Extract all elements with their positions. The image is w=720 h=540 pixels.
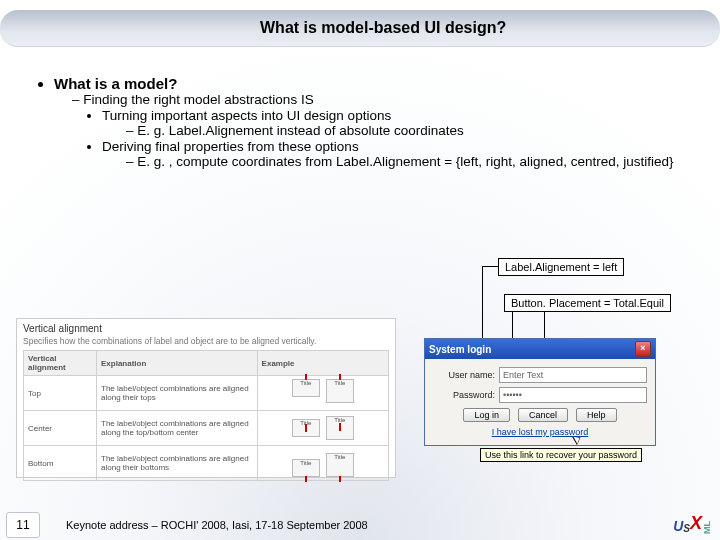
- login-button[interactable]: Log in: [463, 408, 510, 422]
- vertical-alignment-figure: Vertical alignment Specifies how the com…: [16, 318, 396, 478]
- dialog-titlebar: System login ×: [425, 339, 655, 359]
- bullet-turning-aspects: Turning important aspects into UI design…: [102, 108, 692, 138]
- system-login-dialog: System login × User name: Enter Text Pas…: [424, 338, 656, 446]
- slide-footer: 11 Keynote address – ROCHI' 2008, Iasi, …: [0, 510, 720, 540]
- cell-example: Title Title: [262, 414, 384, 442]
- mini-box: Title: [292, 459, 320, 477]
- lost-password-link[interactable]: I have lost my password: [433, 427, 647, 437]
- table-row: Center The label/object combinations are…: [24, 411, 389, 446]
- mini-label: Title: [334, 454, 345, 460]
- mini-box: Title: [326, 379, 354, 403]
- connector-line: [482, 266, 498, 267]
- mini-box: Title: [292, 379, 320, 397]
- mini-box: Title: [326, 453, 354, 477]
- cell-example: Title Title: [262, 449, 384, 477]
- bullet4-text: Deriving final properties from these opt…: [102, 139, 359, 154]
- callout-button-placement: Button. Placement = Total.Equil: [504, 294, 671, 312]
- usixml-logo: U S X ML: [673, 513, 712, 534]
- valign-col-example: Example: [257, 351, 388, 376]
- close-icon[interactable]: ×: [635, 341, 651, 357]
- mini-box: Title: [326, 416, 354, 440]
- password-field[interactable]: ••••••: [499, 387, 647, 403]
- cancel-button[interactable]: Cancel: [518, 408, 568, 422]
- bullet-what-is-model: What is a model? Finding the right model…: [54, 75, 692, 169]
- page-number-text: 11: [16, 518, 29, 532]
- bullet-deriving-properties: Deriving final properties from these opt…: [102, 139, 692, 169]
- page-number: 11: [6, 512, 40, 538]
- slide-title: What is model-based UI design?: [0, 10, 720, 47]
- logo-s: S: [683, 523, 690, 534]
- cell-expl: The label/object combinations are aligne…: [97, 446, 258, 481]
- valign-heading: Vertical alignment: [23, 323, 389, 334]
- table-row: Top The label/object combinations are al…: [24, 376, 389, 411]
- tooltip: Use this link to recover your password: [480, 448, 642, 462]
- help-button[interactable]: Help: [576, 408, 617, 422]
- cell-expl: The label/object combinations are aligne…: [97, 411, 258, 446]
- table-row: Bottom The label/object combinations are…: [24, 446, 389, 481]
- tooltip-text: Use this link to recover your password: [485, 450, 637, 460]
- valign-table: Vertical alignment Explanation Example T…: [23, 350, 389, 481]
- mini-box: Title: [292, 419, 320, 437]
- slide-title-text: What is model-based UI design?: [260, 19, 506, 37]
- footer-note: Keynote address – ROCHI' 2008, Iasi, 17-…: [66, 519, 368, 531]
- bullet-finding-abstractions: Finding the right model abstractions IS …: [72, 92, 692, 169]
- cell-expl: The label/object combinations are aligne…: [97, 376, 258, 411]
- bullet3-text: Turning important aspects into UI design…: [102, 108, 391, 123]
- callout-label-alignment: Label.Alignement = left: [498, 258, 624, 276]
- callout2-text: Button. Placement = Total.Equil: [511, 297, 664, 309]
- cell-example: Title Title: [262, 379, 384, 407]
- cell-name: Top: [24, 376, 97, 411]
- callout1-text: Label.Alignement = left: [505, 261, 617, 273]
- valign-desc: Specifies how the combinations of label …: [23, 336, 389, 346]
- mini-label: Title: [300, 460, 311, 466]
- logo-x: X: [690, 513, 702, 534]
- slide-content: What is a model? Finding the right model…: [0, 47, 720, 169]
- cell-name: Center: [24, 411, 97, 446]
- dialog-title: System login: [429, 344, 491, 355]
- bullet2-text: Finding the right model abstractions IS: [83, 92, 313, 107]
- password-label: Password:: [433, 390, 495, 400]
- logo-ml: ML: [702, 521, 712, 534]
- valign-col-explanation: Explanation: [97, 351, 258, 376]
- logo-u: U: [673, 518, 683, 534]
- mini-label: Title: [300, 380, 311, 386]
- username-label: User name:: [433, 370, 495, 380]
- mini-label: Title: [334, 380, 345, 386]
- username-field[interactable]: Enter Text: [499, 367, 647, 383]
- cell-name: Bottom: [24, 446, 97, 481]
- bullet-eg-compute: E. g. , compute coordinates from Label.A…: [126, 154, 692, 169]
- bullet-eg-label-align: E. g. Label.Alignement instead of absolu…: [126, 123, 692, 138]
- bullet1-text: What is a model?: [54, 75, 177, 92]
- valign-col-alignment: Vertical alignment: [24, 351, 97, 376]
